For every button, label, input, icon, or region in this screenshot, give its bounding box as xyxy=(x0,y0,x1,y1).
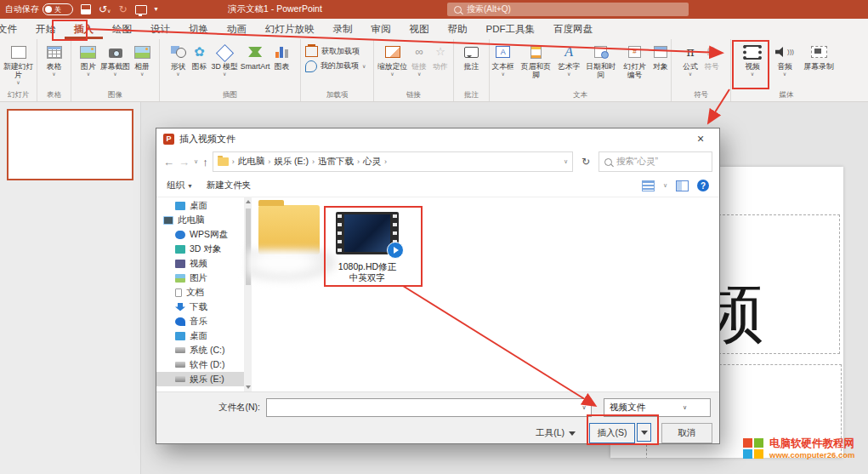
view-options-icon[interactable] xyxy=(642,180,655,191)
help-icon[interactable]: ? xyxy=(697,180,709,191)
new-slide-button[interactable]: 新建幻灯片 ∨ xyxy=(0,42,37,88)
filetype-dropdown[interactable]: 视频文件 ∨ xyxy=(604,398,711,417)
breadcrumb-thunder-download[interactable]: 迅雷下载 xyxy=(318,156,354,168)
videos-icon xyxy=(175,260,185,268)
view-dropdown-icon[interactable]: ∨ xyxy=(663,182,667,189)
sidebar-item-videos[interactable]: 视频 xyxy=(156,256,252,271)
sidebar-item-pictures[interactable]: 图片 xyxy=(156,271,252,285)
wordart-button[interactable]: A 艺术字 ∨ xyxy=(555,42,582,88)
insert-dropdown-icon[interactable] xyxy=(637,423,651,442)
tab-review[interactable]: 审阅 xyxy=(362,19,400,39)
photo-album-button[interactable]: 相册 ∨ xyxy=(132,42,152,88)
tools-button[interactable]: 工具(L) xyxy=(536,427,576,439)
undo-icon[interactable]: ↺∨ xyxy=(99,4,111,14)
tab-transitions[interactable]: 切换 xyxy=(179,19,218,39)
scroll-up-icon[interactable] xyxy=(246,200,251,203)
get-addins-button[interactable]: 获取加载项 xyxy=(301,44,373,59)
breadcrumb-xinling[interactable]: 心灵 xyxy=(363,156,381,168)
sidebar-item-drive-d[interactable]: 软件 (D:) xyxy=(156,357,252,372)
ribbon-search-box[interactable]: 搜索(Alt+Q) xyxy=(447,3,689,16)
autosave-switch[interactable]: 关 xyxy=(43,3,73,15)
group-label: 加载项 xyxy=(301,90,373,100)
my-addins-button[interactable]: 我的加载项 ∨ xyxy=(301,59,373,73)
redo-icon[interactable]: ↻ xyxy=(118,4,127,14)
slide-thumbnail[interactable] xyxy=(7,109,133,180)
organize-button[interactable]: 组织 ▼ xyxy=(167,180,193,191)
sidebar-scrollbar[interactable] xyxy=(244,197,252,392)
equation-button[interactable]: π 公式 ∨ xyxy=(680,42,701,88)
sidebar-item-drive-e[interactable]: 娱乐 (E:) xyxy=(156,372,252,386)
preview-pane-icon[interactable] xyxy=(676,180,689,191)
slide-number-button[interactable]: # 幻灯片编号 xyxy=(620,42,650,88)
video-button[interactable]: 视频 ∨ xyxy=(736,42,769,88)
filename-input[interactable] xyxy=(267,401,577,414)
sidebar-item-downloads[interactable]: 下载 xyxy=(156,300,252,314)
tab-view[interactable]: 视图 xyxy=(400,19,439,39)
icons-button[interactable]: ✿ 图标 xyxy=(190,42,210,88)
folder-item[interactable] xyxy=(258,205,320,254)
action-button[interactable]: ☆ 动作 xyxy=(430,42,451,88)
back-icon[interactable]: ← xyxy=(163,156,174,168)
tab-insert[interactable]: 插入 xyxy=(65,19,103,39)
audio-button[interactable]: ))) 音频 ∨ xyxy=(769,42,800,88)
scroll-down-icon[interactable] xyxy=(246,385,251,389)
refresh-icon[interactable]: ↻ xyxy=(577,152,594,171)
link-button[interactable]: ∞ 链接 ∨ xyxy=(409,42,429,88)
header-footer-button[interactable]: 页眉和页脚 xyxy=(517,42,554,88)
tab-file[interactable]: 文件 xyxy=(0,19,26,39)
breadcrumb-this-pc[interactable]: 此电脑 xyxy=(238,156,265,168)
sidebar-item-desktop[interactable]: 桌面 xyxy=(156,198,252,213)
object-button[interactable]: 对象 xyxy=(650,42,671,88)
text-box-button[interactable]: A 文本框 ∨ xyxy=(490,42,516,88)
3d-models-button[interactable]: 3D 模型 ∨ xyxy=(211,42,239,88)
smartart-button[interactable]: SmartArt xyxy=(240,42,271,88)
address-bar[interactable]: › 此电脑 › 娱乐 (E:) › 迅雷下载 › 心灵 › ∨ xyxy=(213,151,573,172)
tab-baidu-netdisk[interactable]: 百度网盘 xyxy=(544,19,602,39)
autosave-toggle[interactable]: 自动保存 关 xyxy=(5,3,73,15)
tab-pdf-tools[interactable]: PDF工具集 xyxy=(477,19,545,39)
date-time-button[interactable]: 日期和时间 xyxy=(583,42,619,88)
filename-combobox[interactable]: ∨ xyxy=(266,398,592,417)
sidebar-item-this-pc[interactable]: 此电脑 xyxy=(156,213,252,227)
sidebar-item-3d-objects[interactable]: 3D 对象 xyxy=(156,242,252,256)
history-chevron-icon[interactable]: ∨ xyxy=(194,158,198,165)
dialog-search-box[interactable]: 搜索“心灵” xyxy=(599,151,712,172)
breadcrumb-drive-e[interactable]: 娱乐 (E:) xyxy=(274,156,309,168)
video-file-item[interactable]: 1080p.HD修正 中英双字 xyxy=(323,212,411,283)
cancel-button[interactable]: 取消 xyxy=(661,423,712,443)
tab-help[interactable]: 帮助 xyxy=(439,19,477,39)
insert-split-button[interactable]: 插入(S) xyxy=(589,423,651,443)
save-icon[interactable] xyxy=(81,4,91,14)
dialog-title-bar[interactable]: P 插入视频文件 × xyxy=(156,128,719,149)
tab-design[interactable]: 设计 xyxy=(141,19,179,39)
address-dropdown-icon[interactable]: ∨ xyxy=(564,158,568,165)
insert-button[interactable]: 插入(S) xyxy=(589,423,635,443)
zoom-button[interactable]: 缩放定位 ∨ xyxy=(377,42,408,88)
sidebar-item-desktop2[interactable]: 桌面 xyxy=(156,328,252,343)
customize-toolbar-icon[interactable]: ▾ xyxy=(155,6,158,13)
chevron-down-icon[interactable]: ∨ xyxy=(577,404,591,411)
sidebar-item-documents[interactable]: 文档 xyxy=(156,285,252,300)
sidebar-item-music[interactable]: 音乐 xyxy=(156,314,252,328)
tab-animations[interactable]: 动画 xyxy=(218,19,256,39)
chart-button[interactable]: 图表 xyxy=(272,42,292,88)
close-icon[interactable]: × xyxy=(689,132,712,146)
up-icon[interactable]: ↑ xyxy=(202,156,208,168)
start-slideshow-icon[interactable] xyxy=(135,5,147,14)
shapes-button[interactable]: 形状 ∨ xyxy=(168,42,189,88)
tab-draw[interactable]: 绘图 xyxy=(103,19,141,39)
new-folder-button[interactable]: 新建文件夹 xyxy=(207,180,252,191)
comment-button[interactable]: 批注 xyxy=(462,42,482,88)
symbol-button[interactable]: Ω 符号 xyxy=(701,42,722,88)
sidebar-item-drive-c[interactable]: 系统 (C:) xyxy=(156,343,252,357)
tab-record[interactable]: 录制 xyxy=(324,19,362,39)
table-button[interactable]: 表格 ∨ xyxy=(44,42,65,88)
sidebar-item-wps-cloud[interactable]: WPS网盘 xyxy=(156,227,252,242)
forward-icon[interactable]: → xyxy=(179,156,190,168)
screenshot-button[interactable]: 屏幕截图 ∨ xyxy=(99,42,131,88)
file-list-area[interactable]: 1080p.HD修正 中英双字 xyxy=(252,197,719,392)
picture-button[interactable]: 图片 ∨ xyxy=(78,42,99,88)
tab-home[interactable]: 开始 xyxy=(26,19,65,39)
screen-recording-button[interactable]: 屏幕录制 xyxy=(801,42,837,88)
tab-slideshow[interactable]: 幻灯片放映 xyxy=(256,19,324,39)
